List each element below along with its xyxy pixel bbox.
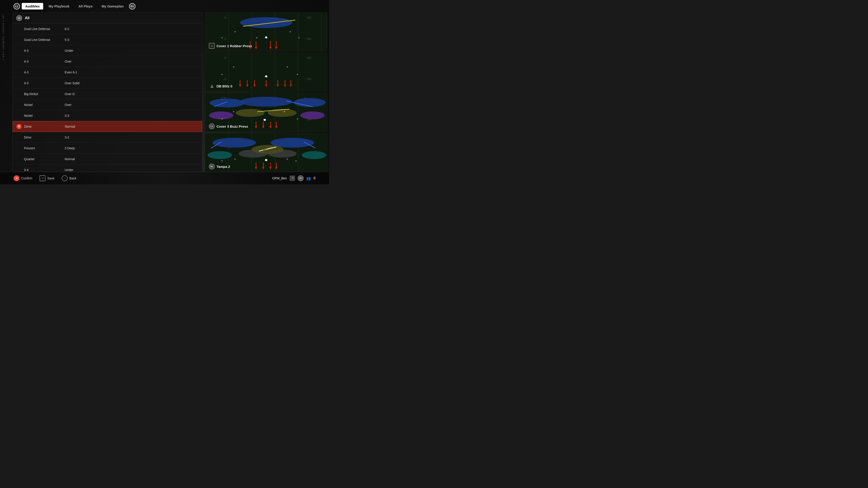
svg-text:50: 50 — [307, 77, 311, 81]
tab-all-plays[interactable]: All Plays — [75, 3, 96, 9]
play-row[interactable]: Big NickelOver G — [13, 89, 202, 99]
svg-text:×: × — [256, 36, 258, 39]
r1-badge[interactable]: R1 — [129, 3, 135, 9]
svg-marker-107 — [270, 167, 272, 169]
svg-marker-41 — [246, 85, 248, 87]
svg-text:0: 0 — [224, 16, 226, 20]
svg-marker-39 — [239, 85, 241, 87]
play-title-3: Cover 3 Buzz Press — [217, 125, 248, 128]
main-content: L2 All Goal Line Defense6-2Goal Line Def… — [12, 12, 329, 172]
bottom-bar: ✕ Confirm ☰ Save ○ Back OPM_Ben 🎤 R3 👥 0 — [0, 172, 329, 184]
list-header: L2 All — [13, 13, 202, 24]
svg-text:×: × — [286, 158, 288, 161]
svg-text:0: 0 — [224, 56, 226, 60]
svg-marker-109 — [275, 167, 277, 169]
play-row[interactable]: Goal Line Defense5-3 — [13, 34, 202, 45]
play-badge-1: □ — [209, 43, 215, 49]
username: OPM_Ben — [272, 176, 287, 180]
play-card-tampa2[interactable]: × × × × R1 Tampa 2 — [205, 133, 327, 172]
svg-text:×: × — [234, 158, 236, 161]
svg-point-91 — [302, 151, 326, 159]
play-badge-4: R1 — [209, 164, 215, 169]
svg-text:×: × — [295, 160, 297, 162]
tab-audibles[interactable]: Audibles — [22, 3, 43, 9]
svg-marker-47 — [277, 85, 279, 87]
save-label: Save — [47, 176, 55, 180]
play-label-3: L1 Cover 3 Buzz Press — [209, 123, 248, 129]
svg-point-65 — [301, 111, 325, 119]
svg-marker-79 — [270, 126, 272, 129]
play-row[interactable]: NickelOver — [13, 99, 202, 110]
l1-badge[interactable]: L1 — [13, 3, 20, 9]
l2-badge: L2 — [16, 15, 22, 21]
play-row[interactable]: Prevent3 Deep — [13, 143, 202, 154]
back-label: Back — [69, 176, 76, 180]
play-card-dbblitz[interactable]: 0 40 0 50 × × × × — [205, 53, 327, 92]
svg-text:×: × — [297, 118, 298, 121]
play-formation: Prevent — [24, 147, 65, 150]
back-circle-icon: ○ — [62, 175, 68, 181]
play-badge-2: △ — [209, 83, 215, 89]
play-formation: 4-3 — [24, 70, 65, 74]
svg-point-66 — [236, 109, 265, 117]
score: 0 — [313, 176, 315, 180]
svg-point-94 — [252, 145, 283, 154]
svg-marker-49 — [284, 85, 286, 87]
user-info: OPM_Ben 🎤 R3 👥 0 — [272, 175, 316, 181]
svg-text:0: 0 — [224, 37, 226, 41]
top-nav: L1 Audibles My Playbook All Plays My Gam… — [0, 0, 329, 12]
svg-point-9 — [240, 17, 292, 28]
play-row[interactable]: 4-3Even 6-1 — [13, 67, 202, 78]
svg-text:×: × — [289, 30, 291, 33]
players-icon: 👥 — [306, 176, 311, 181]
play-row[interactable]: Dime3-2 — [13, 132, 202, 143]
selected-x-icon: ✕ — [17, 124, 22, 129]
svg-point-86 — [213, 138, 256, 148]
play-formation: Nickel — [24, 103, 65, 107]
play-row[interactable]: Goal Line Defense6-2 — [13, 24, 202, 34]
play-badge-3: L1 — [209, 123, 215, 129]
play-name: 6-2 — [65, 27, 69, 31]
svg-text:×: × — [221, 118, 223, 121]
play-name: 3 Deep — [65, 147, 75, 150]
play-label-1: □ Cover 1 Robber Press — [209, 43, 252, 49]
svg-text:×: × — [297, 73, 298, 76]
svg-text:×: × — [221, 73, 223, 76]
svg-marker-24 — [275, 47, 277, 49]
play-row[interactable]: 4-3Over Solid — [13, 78, 202, 89]
svg-point-16 — [265, 36, 267, 38]
svg-point-67 — [268, 109, 297, 117]
play-card-cover3buzz[interactable]: C0 + 50 × × — [205, 93, 327, 132]
play-name: Over G — [65, 92, 75, 96]
svg-marker-45 — [265, 85, 267, 87]
svg-point-37 — [265, 75, 267, 77]
play-formation: Dime — [24, 125, 65, 128]
tab-my-playbook[interactable]: My Playbook — [45, 3, 73, 9]
confirm-action[interactable]: ✕ Confirm — [13, 175, 32, 181]
svg-text:×: × — [221, 160, 223, 162]
svg-text:×: × — [233, 110, 235, 113]
tab-my-gameplan[interactable]: My Gameplan — [98, 3, 127, 9]
play-name: 3-3 — [65, 114, 69, 118]
svg-point-101 — [265, 159, 267, 161]
svg-marker-75 — [255, 126, 257, 129]
play-row[interactable]: Nickel3-3 — [13, 110, 202, 121]
svg-text:×: × — [284, 110, 285, 113]
play-name: Normal — [65, 125, 75, 128]
back-action[interactable]: ○ Back — [62, 175, 76, 181]
play-row[interactable]: 4-3Over — [13, 56, 202, 67]
play-name: Under — [65, 168, 73, 172]
svg-point-60 — [240, 97, 292, 107]
svg-marker-81 — [275, 126, 277, 129]
plays-container: Goal Line Defense6-2Goal Line Defense5-3… — [13, 24, 202, 175]
plays-list: L2 All Goal Line Defense6-2Goal Line Def… — [12, 12, 202, 172]
play-row[interactable]: ✕DimeNormal — [13, 121, 202, 132]
svg-text:×: × — [234, 30, 236, 33]
play-formation: Nickel — [24, 114, 65, 118]
save-action[interactable]: ☰ Save — [39, 175, 55, 181]
play-name: Over — [65, 103, 71, 107]
play-row[interactable]: QuarterNormal — [13, 154, 202, 164]
play-row[interactable]: 4-3Under — [13, 45, 202, 56]
play-formation: Dime — [24, 135, 65, 139]
play-card-cover1robber[interactable]: 0 40 0 50 × × × × × — [205, 12, 327, 51]
